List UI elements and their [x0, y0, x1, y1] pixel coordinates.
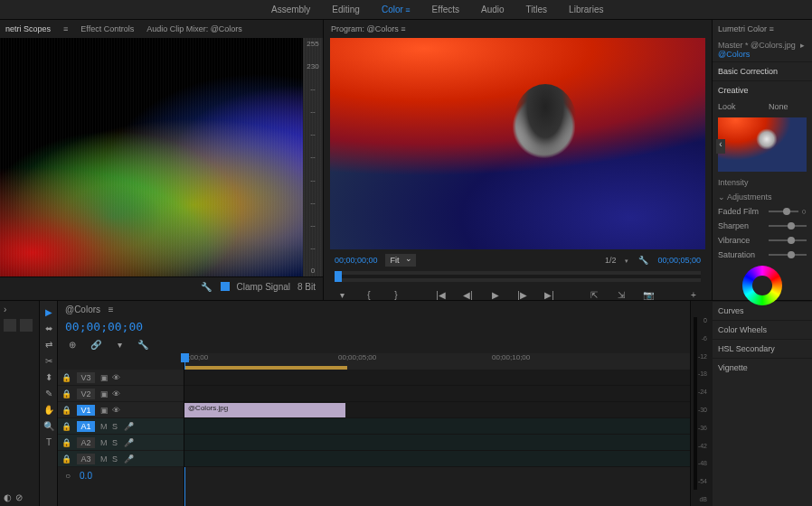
vibrance-slider[interactable]: [769, 239, 807, 241]
mark-out-bracket-icon[interactable]: }: [389, 287, 403, 302]
look-preview[interactable]: [718, 117, 807, 172]
eye-icon[interactable]: 👁: [112, 373, 119, 382]
playback-res[interactable]: 1/2: [605, 256, 617, 265]
lock-icon[interactable]: 🔒: [61, 438, 71, 447]
mute-icon[interactable]: M: [100, 454, 108, 464]
wrench-icon[interactable]: 🔧: [636, 253, 650, 267]
workspace-tab[interactable]: Editing: [332, 5, 360, 14]
bit-depth[interactable]: 8 Bit: [297, 282, 316, 292]
mute-icon[interactable]: M: [100, 422, 108, 431]
clip-link[interactable]: @Colors: [718, 50, 750, 59]
step-back-icon[interactable]: ◀|: [461, 287, 476, 302]
razor-tool-icon[interactable]: ✂: [42, 353, 56, 368]
clip[interactable]: @Colors.jpg: [184, 403, 345, 417]
pen-tool-icon[interactable]: ✎: [42, 386, 56, 400]
clear-icon[interactable]: ⊘: [15, 492, 23, 502]
section-vignette[interactable]: Vignette: [713, 358, 812, 377]
tab-lumetri-scopes[interactable]: netri Scopes: [5, 24, 51, 33]
go-to-out-icon[interactable]: ▶|: [543, 287, 557, 302]
workspace-tab[interactable]: Libraries: [569, 5, 603, 14]
extract-icon[interactable]: ⇲: [614, 287, 628, 302]
solo-icon[interactable]: S: [112, 454, 119, 464]
mark-in-bracket-icon[interactable]: {: [362, 287, 376, 302]
shadow-tint-wheel[interactable]: [742, 266, 782, 305]
lumetri-title[interactable]: Lumetri Color: [718, 24, 767, 33]
mute-icon[interactable]: M: [100, 438, 108, 447]
track-label[interactable]: A1: [77, 421, 95, 432]
play-icon[interactable]: ▶: [488, 287, 503, 302]
icon-view-icon[interactable]: [20, 319, 33, 332]
track-label[interactable]: V2: [77, 389, 95, 399]
new-bin-icon[interactable]: ◐: [4, 492, 12, 502]
hand-tool-icon[interactable]: ✋: [42, 402, 56, 417]
eye-icon[interactable]: 👁: [112, 406, 119, 415]
tab-audio-mixer[interactable]: Audio Clip Mixer: @Colors: [146, 24, 242, 33]
solo-icon[interactable]: S: [112, 422, 119, 431]
section-creative[interactable]: Creative: [713, 80, 812, 99]
zoom-level[interactable]: 0.0: [80, 471, 92, 481]
section-hsl[interactable]: HSL Secondary: [713, 339, 812, 358]
selection-tool-icon[interactable]: ▶: [42, 305, 56, 319]
add-button-icon[interactable]: +: [686, 287, 701, 302]
saturation-slider[interactable]: [769, 254, 807, 256]
workspace-tab[interactable]: Titles: [526, 5, 548, 14]
go-to-in-icon[interactable]: |◀: [434, 287, 448, 302]
lift-icon[interactable]: ⇱: [587, 287, 601, 302]
master-clip[interactable]: Master * @Colors.jpg: [718, 41, 796, 50]
snap-icon[interactable]: ⊕: [65, 337, 80, 351]
tab-effect-controls[interactable]: Effect Controls: [80, 24, 134, 33]
slip-tool-icon[interactable]: ⬍: [42, 370, 56, 384]
playhead-icon[interactable]: [335, 271, 342, 282]
wrench-icon[interactable]: 🔧: [199, 279, 213, 294]
lock-icon[interactable]: 🔒: [61, 422, 71, 431]
mark-in-icon[interactable]: ▾: [335, 287, 349, 302]
tab-menu-icon[interactable]: ≡: [63, 24, 68, 33]
timeline-timecode[interactable]: 00;00;00;00: [65, 320, 143, 333]
clamp-checkbox[interactable]: [221, 282, 230, 291]
export-frame-icon[interactable]: 📷: [641, 287, 656, 302]
look-dropdown[interactable]: None: [769, 102, 788, 111]
track-label[interactable]: V3: [77, 372, 95, 383]
voice-over-icon[interactable]: 🎤: [124, 422, 131, 431]
ripple-edit-icon[interactable]: ⇄: [42, 337, 56, 351]
workspace-tab[interactable]: Audio: [481, 5, 505, 14]
lock-icon[interactable]: 🔒: [61, 389, 71, 398]
step-forward-icon[interactable]: |▶: [515, 287, 530, 302]
program-title[interactable]: Program: @Colors: [331, 24, 399, 33]
toggle-output-icon[interactable]: ▣: [100, 389, 108, 398]
timecode-out[interactable]: 00;00;05;00: [657, 256, 701, 265]
eye-icon[interactable]: 👁: [112, 389, 119, 398]
scopes-waveform[interactable]: 255 230 -- -- -- -- -- -- -- -- 0: [0, 38, 323, 277]
workspace-tab[interactable]: Color: [382, 5, 411, 14]
track-label[interactable]: A2: [77, 437, 95, 448]
type-tool-icon[interactable]: T: [42, 435, 56, 449]
workspace-tab[interactable]: Assembly: [271, 5, 310, 14]
zoom-tool-icon[interactable]: 🔍: [42, 418, 56, 433]
track-label[interactable]: V1: [77, 405, 95, 416]
timeline-ruler[interactable]: ;00;00 00;00;05;00 00;00;10;00: [184, 353, 690, 370]
faded-film-slider[interactable]: [769, 211, 798, 212]
lock-icon[interactable]: 🔒: [61, 406, 71, 415]
sequence-tab[interactable]: @Colors: [65, 305, 100, 314]
section-color-wheels[interactable]: Color Wheels: [713, 320, 812, 339]
lock-icon[interactable]: 🔒: [61, 454, 71, 464]
workspace-tab[interactable]: Effects: [432, 5, 459, 14]
list-view-icon[interactable]: [4, 319, 16, 332]
chevron-icon[interactable]: ›: [4, 305, 6, 314]
solo-icon[interactable]: S: [112, 438, 119, 447]
voice-over-icon[interactable]: 🎤: [124, 438, 131, 447]
program-scrubber[interactable]: [335, 271, 701, 282]
linked-selection-icon[interactable]: 🔗: [89, 337, 103, 351]
settings-icon[interactable]: 🔧: [136, 337, 150, 351]
adjustments-header[interactable]: ⌄ Adjustments: [713, 190, 812, 204]
track-label[interactable]: A3: [77, 454, 95, 464]
timeline-tracks[interactable]: ;00;00 00;00;05;00 00;00;10;00 @Colors.j…: [184, 353, 690, 506]
program-viewport[interactable]: [330, 38, 705, 249]
track-select-icon[interactable]: ⬌: [42, 321, 56, 335]
tab-menu-icon[interactable]: ≡: [401, 24, 405, 33]
timecode-in[interactable]: 00;00;00;00: [335, 256, 378, 265]
lock-icon[interactable]: 🔒: [61, 373, 71, 382]
marker-icon[interactable]: ▾: [112, 337, 127, 351]
fit-dropdown[interactable]: Fit: [385, 254, 416, 267]
toggle-output-icon[interactable]: ▣: [100, 406, 108, 415]
